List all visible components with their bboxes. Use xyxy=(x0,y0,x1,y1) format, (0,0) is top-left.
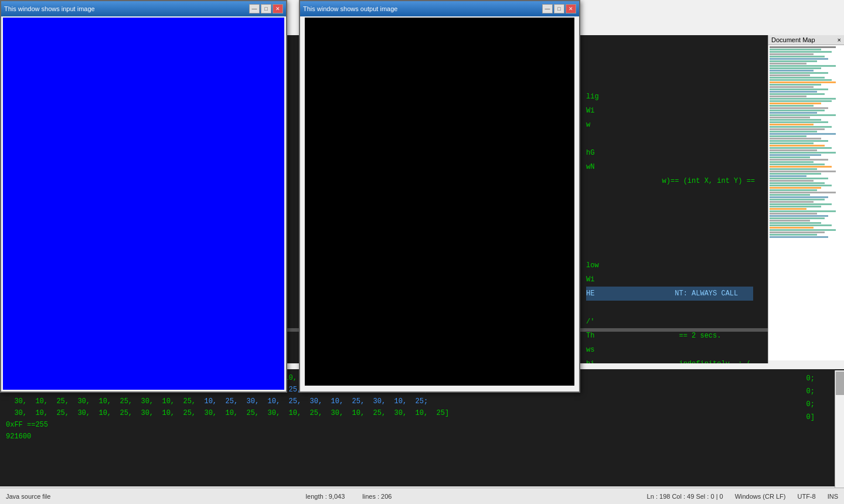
dm-line xyxy=(770,224,832,226)
code-line-5: w xyxy=(586,118,753,132)
dm-line xyxy=(770,98,836,100)
dm-line xyxy=(770,119,821,121)
dm-line xyxy=(770,196,828,198)
output-close-button[interactable]: ✕ xyxy=(566,4,576,13)
dm-line xyxy=(770,124,814,125)
dm-line xyxy=(770,79,832,81)
code-line-17: HE NT: ALWAYS CALL xyxy=(586,287,753,301)
dm-line xyxy=(770,110,825,111)
dm-line xyxy=(770,222,821,224)
output-window-content xyxy=(300,18,579,386)
code-line-2 xyxy=(586,76,753,90)
input-window-titlebar: This window shows input image — □ ✕ xyxy=(1,1,286,16)
dm-line xyxy=(770,128,825,130)
input-maximize-button[interactable]: □ xyxy=(261,4,271,13)
output-line-4: 30, 10, 25, 30, 10, 25, 30, 10, 25, 30, … xyxy=(6,407,838,419)
document-map-close-button[interactable]: × xyxy=(838,36,841,43)
code-line-15: low xyxy=(586,258,753,273)
code-line-18 xyxy=(586,301,753,315)
dm-line xyxy=(770,107,828,109)
dm-line xyxy=(770,192,836,193)
bottom-scrollbar-thumb[interactable] xyxy=(836,372,844,395)
dm-line xyxy=(770,213,817,214)
dm-line xyxy=(770,234,817,236)
dm-line xyxy=(770,121,828,123)
line-ending-label: Windows (CR LF) xyxy=(735,493,786,500)
dm-line xyxy=(770,49,821,50)
dm-line xyxy=(770,96,806,97)
dm-line xyxy=(770,159,828,161)
code-line-1 xyxy=(586,62,753,76)
input-close-button[interactable]: ✕ xyxy=(273,4,283,13)
input-minimize-button[interactable]: — xyxy=(249,4,260,13)
dm-line xyxy=(770,156,810,158)
encoding-label: UTF-8 xyxy=(797,493,815,500)
dm-line xyxy=(770,178,828,179)
code-line-13 xyxy=(586,230,753,244)
dm-line xyxy=(770,171,836,172)
dm-line xyxy=(770,67,821,69)
output-window-title: This window shows output image xyxy=(303,5,397,12)
dm-line xyxy=(770,229,836,231)
dm-line xyxy=(770,70,814,71)
dm-line xyxy=(770,154,821,156)
dm-line xyxy=(770,53,814,55)
code-line-7: hG xyxy=(586,146,753,160)
black-output-image xyxy=(305,18,574,386)
dm-line xyxy=(770,86,814,88)
dm-line xyxy=(770,166,832,168)
code-line-10 xyxy=(586,188,753,202)
dm-line xyxy=(770,145,825,147)
dm-line xyxy=(770,133,836,135)
status-bar-left: Java source file xyxy=(6,493,50,500)
input-window-title: This window shows input image xyxy=(4,5,95,12)
code-line-19: /' xyxy=(586,315,753,329)
code-line-8: wN xyxy=(586,160,753,174)
document-map-header: Document Map × xyxy=(768,35,844,45)
dm-line xyxy=(770,81,836,83)
ins-label: INS xyxy=(828,493,838,500)
dm-line xyxy=(770,173,821,175)
dm-line xyxy=(770,231,825,233)
code-line-12 xyxy=(586,216,753,230)
output-maximize-button[interactable]: □ xyxy=(554,4,564,13)
code-line-21: ws xyxy=(586,343,753,357)
dm-line xyxy=(770,161,814,163)
dm-line xyxy=(770,135,806,137)
dm-line xyxy=(770,74,810,76)
dm-line xyxy=(770,138,821,139)
dm-line xyxy=(770,185,832,186)
input-window-controls[interactable]: — □ ✕ xyxy=(249,4,283,13)
dm-line xyxy=(770,215,828,217)
status-bar-center: length : 9,043 lines : 206 xyxy=(306,493,392,500)
cursor-position-label: Ln : 198 Col : 49 Sel : 0 | 0 xyxy=(647,493,723,500)
dm-line xyxy=(770,93,825,95)
output-minimize-button[interactable]: — xyxy=(542,4,553,13)
output-line-5: 0xFF ==255 xyxy=(6,419,838,431)
dm-line xyxy=(770,201,814,203)
bottom-right-line1: 0; xyxy=(806,372,815,385)
dm-line xyxy=(770,236,828,238)
dm-line xyxy=(770,227,814,229)
dm-line xyxy=(770,187,821,189)
dm-line xyxy=(770,56,825,57)
dm-line xyxy=(770,168,817,170)
bottom-right-line3: 0; xyxy=(806,398,815,411)
dm-line xyxy=(770,142,814,144)
dm-line xyxy=(770,84,821,86)
code-line-3: lig xyxy=(586,90,753,104)
dm-line xyxy=(770,105,814,107)
bottom-scrollbar[interactable] xyxy=(835,370,844,488)
dm-line xyxy=(770,203,832,205)
dm-line xyxy=(770,206,821,207)
dm-line xyxy=(770,175,806,177)
length-label: length : 9,043 xyxy=(306,493,345,500)
document-map-title: Document Map xyxy=(771,36,815,43)
input-window-content xyxy=(1,18,286,390)
output-window-controls[interactable]: — □ ✕ xyxy=(542,4,576,13)
dm-line xyxy=(770,194,810,196)
dm-line xyxy=(770,117,810,118)
dm-line xyxy=(770,51,832,53)
code-line-11 xyxy=(586,202,753,216)
bottom-right-line2: 0; xyxy=(806,385,815,398)
